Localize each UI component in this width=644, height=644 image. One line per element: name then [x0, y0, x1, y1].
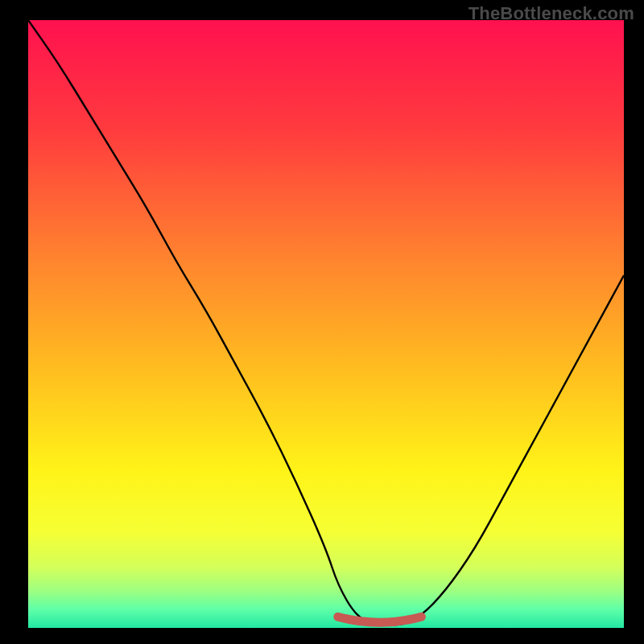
curve-layer	[28, 20, 624, 628]
chart-frame: TheBottleneck.com	[0, 0, 644, 644]
bottleneck-curve	[28, 20, 624, 625]
watermark-text: TheBottleneck.com	[469, 3, 634, 24]
plot-area	[28, 20, 624, 628]
valley-marker	[338, 617, 422, 622]
